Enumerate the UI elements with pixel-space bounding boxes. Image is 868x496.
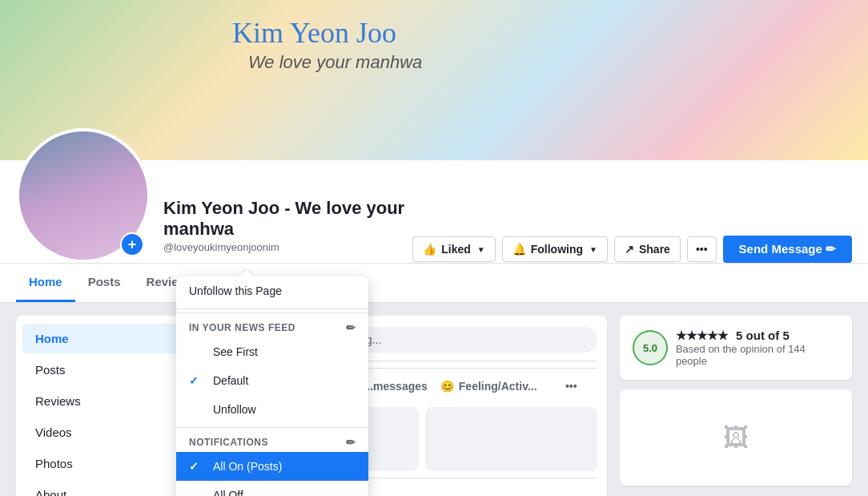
share-label: Share [639,243,670,256]
feeling-icon: 😊 [440,380,454,393]
unfollow-item[interactable]: Unfollow [176,395,368,424]
divider1 [176,308,368,309]
cover-title: Kim Yeon Joo [232,16,396,50]
tab-home[interactable]: Home [16,264,75,302]
messages-label: ...messages [364,380,427,393]
rating-label: ★★★★★ 5 out of 5 [676,329,839,343]
liked-button[interactable]: 👍 Liked ▼ [412,236,495,262]
send-message-button[interactable]: Send Message ✏ [723,236,852,263]
post-text-slot [425,407,597,471]
notifications-label: NOTIFICATIONS [189,437,268,448]
profile-inner: + Kim Yeon Joo - We love your manhwa @lo… [0,160,868,263]
rating-score: 5.0 [643,342,657,354]
profile-section: + Kim Yeon Joo - We love your manhwa @lo… [0,160,868,303]
see-first-item[interactable]: See First [176,337,368,366]
profile-action-buttons: 👍 Liked ▼ 🔔 Following ▼ ↗ Share ••• Send… [412,236,852,263]
photo-placeholder: 🖼 [723,423,749,453]
following-button[interactable]: 🔔 Following ▼ [502,236,608,262]
avatar-add-button[interactable]: + [120,232,144,256]
share-icon: ↗ [625,243,634,256]
default-label: Default [213,374,248,387]
liked-label: Liked [441,243,471,256]
default-check-icon: ✓ [189,374,205,387]
profile-handle: @loveyoukimyeonjoonim [163,241,412,253]
dropdown-menu: Unfollow this Page IN YOUR NEWS FEED ✏ S… [176,276,368,496]
thumb-icon: 👍 [423,243,436,256]
profile-info: Kim Yeon Joo - We love your manhwa @love… [163,192,412,263]
stars-row: ★★★★★ [676,329,728,342]
nav-tabs-bar: Home Posts Reviews Videos Photos [0,263,868,302]
edit-icon[interactable]: ✏ [346,321,356,334]
rating-info: ★★★★★ 5 out of 5 Based on the opinion of… [676,329,839,367]
liked-caret: ▼ [477,245,485,254]
profile-name: Kim Yeon Joo - We love your manhwa [163,198,412,240]
main-layout: Home Posts Reviews Videos Photos About C… [0,303,868,496]
far-right-panel: 5.0 ★★★★★ 5 out of 5 Based on the opinio… [620,316,852,496]
more-button[interactable]: ••• [687,236,717,262]
all-on-posts-item[interactable]: ✓ All On (Posts) [176,452,368,481]
send-message-label: Send Message ✏ [739,242,836,256]
avatar-wrap: + [16,128,151,263]
all-on-label: All On (Posts) [213,460,282,473]
rating-row: 5.0 ★★★★★ 5 out of 5 Based on the opinio… [633,329,839,367]
rating-description: Based on the opinion of 144 people [676,343,839,367]
unfollow-label: Unfollow [213,403,256,416]
add-photo-icon: 🖼 [723,423,749,453]
following-icon: 🔔 [512,243,526,256]
default-item[interactable]: ✓ Default [176,366,368,395]
see-first-label: See First [213,345,258,358]
all-off-label: All Off [213,489,243,496]
nav-tabs: Home Posts Reviews Videos Photos [16,264,852,302]
following-label: Following [531,243,583,256]
all-on-check-icon: ✓ [189,460,205,473]
share-button[interactable]: ↗ Share [614,236,681,262]
dropdown-overlay: Unfollow this Page IN YOUR NEWS FEED ✏ S… [176,276,368,496]
following-caret: ▼ [589,245,597,254]
rating-circle: 5.0 [633,330,668,365]
news-feed-label: IN YOUR NEWS FEED [189,322,295,333]
unfollow-page-item[interactable]: Unfollow this Page [176,276,368,305]
all-off-item[interactable]: All Off [176,481,368,496]
feeling-label: Feeling/Activ... [459,380,537,393]
notifications-header: NOTIFICATIONS ✏ [176,427,368,452]
cover-subtitle: We love your manhwa [248,52,422,73]
more-post-button[interactable]: ••• [545,375,597,397]
feeling-button[interactable]: 😊 Feeling/Activ... [436,375,542,397]
notif-edit-icon[interactable]: ✏ [346,436,356,449]
photo-panel: 🖼 [620,389,852,486]
unfollow-page-label: Unfollow this Page [189,284,282,297]
news-feed-header: IN YOUR NEWS FEED ✏ [176,313,368,337]
rating-panel: 5.0 ★★★★★ 5 out of 5 Based on the opinio… [620,316,852,380]
tab-posts[interactable]: Posts [75,264,134,302]
rating-label-text: 5 out of 5 [736,329,790,342]
more-post-icon: ••• [565,380,577,393]
page-wrapper: Kim Yeon Joo We love your manhwa + Kim Y… [0,0,868,496]
